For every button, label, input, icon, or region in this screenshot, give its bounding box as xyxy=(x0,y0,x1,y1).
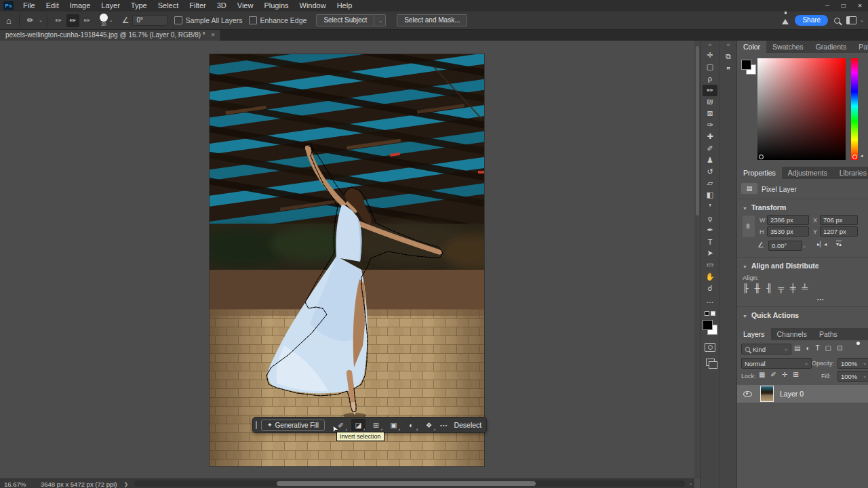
document-tab[interactable]: pexels-wellington-cunha-1918445.jpg @ 16… xyxy=(0,29,221,41)
sample-all-layers-checkbox[interactable]: Sample All Layers xyxy=(174,16,242,24)
enhance-edge-checkbox[interactable]: Enhance Edge xyxy=(249,16,307,24)
panel-tab[interactable]: Swatches xyxy=(766,41,810,53)
type-tool[interactable]: T xyxy=(703,236,717,247)
lock-transparency-icon[interactable]: ▦ xyxy=(759,371,765,378)
align-middle-v-icon[interactable]: ╪ xyxy=(790,283,796,293)
frame-tool[interactable]: ⊠ xyxy=(703,108,717,119)
align-top-icon[interactable]: ╤ xyxy=(778,283,785,293)
path-selection-tool[interactable]: ➤ xyxy=(703,247,717,259)
chevron-down-icon[interactable]: ⌄ xyxy=(802,243,806,249)
lock-position-icon[interactable]: ✛ xyxy=(782,371,787,378)
workspace-switcher[interactable]: ⌄ xyxy=(846,16,864,24)
panel-tab[interactable]: Layers xyxy=(737,328,771,340)
hue-slider-marker[interactable] xyxy=(852,155,857,159)
invert-selection-icon[interactable]: ◪ xyxy=(351,419,366,431)
minimize-button[interactable]: ─ xyxy=(819,0,835,12)
menu-item[interactable]: Layer xyxy=(96,0,125,12)
y-input[interactable]: 1207 px xyxy=(820,226,858,237)
lock-pixels-icon[interactable]: ✐ xyxy=(770,371,776,378)
align-right-icon[interactable]: ╢ xyxy=(766,283,772,293)
quick-mask-icon[interactable] xyxy=(705,343,715,352)
create-adjustment-icon[interactable]: ◐ xyxy=(404,419,418,431)
panel-tab[interactable]: Adjustments xyxy=(782,167,833,179)
panel-tab[interactable]: Channels xyxy=(771,328,813,340)
menu-item[interactable]: Type xyxy=(125,0,153,12)
history-brush-tool[interactable]: ↺ xyxy=(703,166,717,178)
scrollbar-thumb[interactable] xyxy=(277,481,536,486)
align-center-h-icon[interactable]: ╫ xyxy=(755,283,761,293)
lock-artboard-icon[interactable]: ⊞ xyxy=(793,371,798,378)
zoom-level-input[interactable]: 16.67% xyxy=(4,481,31,488)
foreground-color-swatch[interactable] xyxy=(703,320,713,330)
pen-tool[interactable]: ✒ xyxy=(703,224,717,236)
layer-name[interactable]: Layer 0 xyxy=(780,390,804,398)
beta-features-icon[interactable] xyxy=(782,19,789,24)
default-colors-icon[interactable] xyxy=(705,311,715,316)
dock-collapse-icon[interactable]: « xyxy=(719,41,737,49)
dock-collapse-icon[interactable]: « xyxy=(701,41,719,49)
add-to-selection-mode[interactable]: ✏ xyxy=(66,14,79,27)
maximize-button[interactable]: ▢ xyxy=(835,0,852,12)
panel-tab[interactable]: Gradients xyxy=(810,41,853,53)
menu-item[interactable]: Select xyxy=(153,0,184,12)
align-bottom-icon[interactable]: ╧ xyxy=(802,283,808,293)
chevron-down-icon[interactable]: ⌄ xyxy=(109,18,113,23)
menu-item[interactable]: Filter xyxy=(184,0,211,12)
select-subject-dropdown[interactable]: ⌄ xyxy=(374,14,386,26)
quick-actions-header[interactable]: ▼Quick Actions xyxy=(743,311,799,319)
filter-toggle-icon[interactable] xyxy=(856,342,860,345)
hue-slider[interactable] xyxy=(851,58,858,160)
width-input[interactable]: 2386 px xyxy=(767,215,809,225)
transform-section-header[interactable]: ▼Transform xyxy=(743,203,786,211)
menu-item[interactable]: View xyxy=(232,0,259,12)
close-button[interactable]: ✕ xyxy=(852,0,868,12)
clone-stamp-tool[interactable]: ♟ xyxy=(703,155,717,166)
panel-tab[interactable]: Paths xyxy=(813,328,844,340)
align-left-icon[interactable]: ╟ xyxy=(743,283,749,293)
blur-tool[interactable]: ❜ xyxy=(703,201,717,212)
align-more-icon[interactable]: ••• xyxy=(817,297,824,302)
panel-tab[interactable]: Patterns xyxy=(852,41,868,53)
panel-tab[interactable]: Libraries xyxy=(833,167,868,179)
healing-brush-tool[interactable]: ✚ xyxy=(703,131,717,142)
layer-visibility-icon[interactable] xyxy=(743,391,752,397)
select-and-mask-button[interactable]: Select and Mask... xyxy=(397,14,467,26)
menu-item[interactable]: Window xyxy=(294,0,332,12)
hand-tool[interactable]: ✋ xyxy=(703,271,717,283)
angle-input[interactable]: 0° xyxy=(132,15,167,26)
flip-horizontal-icon[interactable]: ▸▏◂ xyxy=(817,241,827,247)
blend-mode-select[interactable]: Normal ⌄ xyxy=(741,358,812,369)
eyedropper-tool[interactable]: ✑ xyxy=(703,119,717,131)
close-tab-icon[interactable]: ✕ xyxy=(211,32,216,38)
layer-thumbnail[interactable] xyxy=(760,386,774,402)
filter-adjustment-layers-icon[interactable]: ◐ xyxy=(806,344,810,352)
foreground-background-swatches[interactable] xyxy=(703,320,717,335)
drag-handle[interactable] xyxy=(256,421,257,429)
transform-selection-icon[interactable]: ⊞ xyxy=(369,419,383,431)
panel-tab[interactable]: Color xyxy=(737,41,766,53)
lasso-tool[interactable]: ρ xyxy=(703,73,717,84)
menu-item[interactable]: Plugins xyxy=(258,0,294,12)
more-options-icon[interactable]: ••• xyxy=(440,422,448,428)
filter-shape-layers-icon[interactable]: ▢ xyxy=(825,344,831,352)
chevron-down-icon[interactable]: ⌄ xyxy=(39,18,43,23)
height-input[interactable]: 3530 px xyxy=(767,226,809,237)
link-dimensions-icon[interactable]: ∞ xyxy=(743,216,755,237)
comments-icon[interactable]: ❞ xyxy=(719,63,737,77)
selection-brush-tool[interactable]: ✏ xyxy=(703,85,717,96)
fill-selection-icon[interactable]: ❖ xyxy=(422,419,436,431)
edit-toolbar[interactable]: … xyxy=(703,294,717,306)
brush-size-picker[interactable]: 30 xyxy=(100,14,108,27)
select-subject-button[interactable]: Select Subject xyxy=(316,14,374,26)
generative-fill-button[interactable]: ✦ Generative Fill xyxy=(261,420,325,431)
dodge-tool[interactable]: ϙ xyxy=(703,213,717,224)
layer-filter-kind[interactable]: Kind ⌄ xyxy=(741,344,791,354)
zoom-tool[interactable]: ☌ xyxy=(703,283,717,294)
marquee-tool[interactable]: ▢ xyxy=(703,61,717,73)
color-swatch-pair[interactable] xyxy=(741,60,757,76)
subtract-from-selection-mode[interactable]: ✏ xyxy=(81,14,94,27)
new-selection-mode[interactable]: ✏ xyxy=(52,14,65,27)
canvas-horizontal-scrollbar[interactable] xyxy=(134,481,685,487)
menu-item[interactable]: File xyxy=(18,0,41,12)
version-history-icon[interactable]: ⧉ xyxy=(719,49,737,63)
